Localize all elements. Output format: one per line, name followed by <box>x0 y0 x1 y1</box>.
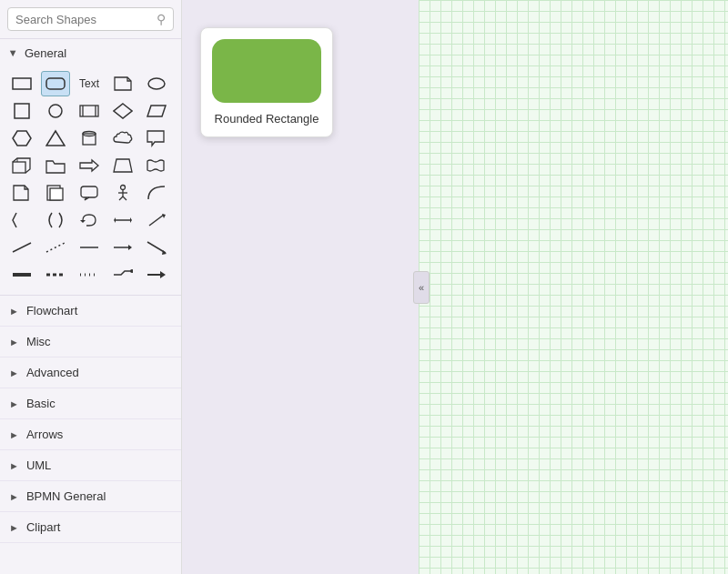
shape-bracket-left[interactable] <box>7 207 36 233</box>
category-misc[interactable]: ► Misc <box>0 327 181 357</box>
category-bpmn[interactable]: ► BPMN General <box>0 481 181 512</box>
shape-box3d[interactable] <box>7 153 36 178</box>
search-bar: ⚲ <box>0 0 181 39</box>
general-shapes-grid: Text <box>0 67 181 295</box>
svg-rect-20 <box>81 186 97 197</box>
misc-arrow-icon: ► <box>9 337 19 347</box>
uml-arrow-icon: ► <box>9 460 19 471</box>
shape-bracket-curved[interactable] <box>41 207 70 233</box>
bpmn-label: BPMN General <box>26 489 106 503</box>
general-label: General <box>25 46 66 60</box>
clipart-label: Clipart <box>26 520 61 534</box>
svg-marker-10 <box>13 131 31 146</box>
shape-wave[interactable] <box>142 153 171 178</box>
search-input-wrapper[interactable]: ⚲ <box>7 7 174 31</box>
canvas-area[interactable] <box>419 0 728 574</box>
shape-person[interactable] <box>108 180 137 206</box>
shape-parallelogram[interactable] <box>142 98 171 124</box>
flowchart-label: Flowchart <box>26 304 77 317</box>
shape-thick-line[interactable] <box>7 262 36 287</box>
category-clipart[interactable]: ► Clipart <box>0 512 181 543</box>
search-icon: ⚲ <box>157 12 166 26</box>
shape-cylinder[interactable] <box>75 126 104 151</box>
shape-process[interactable] <box>75 98 104 124</box>
shape-line-h[interactable] <box>75 235 104 260</box>
tooltip-label: Rounded Rectangle <box>215 112 319 126</box>
svg-marker-9 <box>147 106 166 116</box>
uml-label: UML <box>26 458 51 472</box>
category-uml[interactable]: ► UML <box>0 450 181 481</box>
svg-rect-0 <box>13 78 31 89</box>
tooltip-card: Rounded Rectangle <box>200 27 333 137</box>
category-general: ► General Text <box>0 39 181 296</box>
basic-arrow-icon: ► <box>9 398 19 409</box>
svg-point-2 <box>148 78 165 89</box>
shape-balloon[interactable] <box>75 180 104 206</box>
shape-loop[interactable] <box>75 207 104 233</box>
svg-line-30 <box>149 215 164 226</box>
svg-point-42 <box>130 269 133 273</box>
shape-arrow-right[interactable] <box>75 153 104 178</box>
arrows-arrow-icon: ► <box>9 429 19 440</box>
general-arrow-icon: ► <box>8 48 19 58</box>
shape-text[interactable]: Text <box>75 71 104 96</box>
svg-rect-19 <box>50 188 63 200</box>
svg-rect-3 <box>15 104 29 118</box>
shape-arrow-diagonal[interactable] <box>142 207 171 233</box>
shape-triangle[interactable] <box>41 126 70 151</box>
shape-line-diagonal-r[interactable] <box>142 235 171 260</box>
shape-thick-dashed[interactable] <box>41 262 70 287</box>
flowchart-arrow-icon: ► <box>9 306 19 317</box>
svg-marker-11 <box>46 131 65 146</box>
tooltip-shape-preview <box>212 39 321 103</box>
shape-square[interactable] <box>7 98 36 124</box>
clipart-arrow-icon: ► <box>9 522 19 533</box>
shape-arrow-both[interactable] <box>108 207 137 233</box>
shape-rounded-rect[interactable] <box>41 71 70 96</box>
svg-marker-28 <box>114 217 116 223</box>
advanced-arrow-icon: ► <box>9 368 19 378</box>
svg-marker-29 <box>130 217 132 223</box>
shape-rectangle[interactable] <box>7 71 36 96</box>
shape-circle[interactable] <box>41 98 70 124</box>
shape-diamond[interactable] <box>108 98 137 124</box>
shapes-sidebar: ⚲ ► General Text <box>0 0 182 574</box>
collapse-icon: « <box>419 282 424 293</box>
collapse-panel-button[interactable]: « <box>413 271 430 304</box>
svg-marker-17 <box>114 159 132 172</box>
bpmn-arrow-icon: ► <box>9 491 19 502</box>
shape-cloud[interactable] <box>108 126 137 151</box>
svg-point-21 <box>121 186 126 190</box>
svg-rect-1 <box>46 78 65 89</box>
shape-doc[interactable] <box>7 180 36 206</box>
svg-line-25 <box>123 196 126 200</box>
shape-trapezoid[interactable] <box>108 153 137 178</box>
category-general-header[interactable]: ► General <box>0 39 181 67</box>
shape-doc2[interactable] <box>41 180 70 206</box>
category-arrows[interactable]: ► Arrows <box>0 419 181 450</box>
shape-folder[interactable] <box>41 153 70 178</box>
svg-point-4 <box>49 105 62 117</box>
svg-marker-44 <box>160 271 166 278</box>
shape-extra[interactable] <box>142 262 171 287</box>
category-basic[interactable]: ► Basic <box>0 388 181 419</box>
category-advanced[interactable]: ► Advanced <box>0 357 181 388</box>
grid-canvas <box>419 0 728 574</box>
shape-connector[interactable] <box>108 262 137 287</box>
shape-line-arrow-h[interactable] <box>108 235 137 260</box>
shape-hexagon[interactable] <box>7 126 36 151</box>
shape-arc[interactable] <box>142 180 171 206</box>
arrows-label: Arrows <box>26 428 63 441</box>
search-input[interactable] <box>15 13 157 26</box>
category-flowchart[interactable]: ► Flowchart <box>0 296 181 327</box>
shape-line-dotted[interactable] <box>41 235 70 260</box>
svg-marker-8 <box>114 104 132 118</box>
shape-ellipse[interactable] <box>142 71 171 96</box>
misc-label: Misc <box>26 335 51 348</box>
svg-rect-14 <box>13 162 25 173</box>
shape-thick-dotted[interactable] <box>75 262 104 287</box>
shape-note[interactable] <box>108 71 137 96</box>
shape-line-solid[interactable] <box>7 235 36 260</box>
shape-callout[interactable] <box>142 126 171 151</box>
advanced-label: Advanced <box>26 366 79 379</box>
